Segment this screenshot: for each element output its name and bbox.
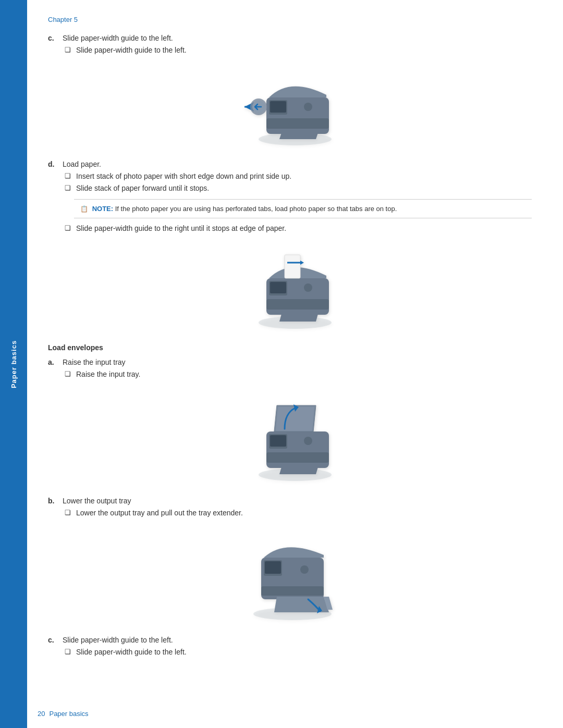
sub-item-c-1: ❏ Slide paper-width guide to the left. bbox=[65, 45, 532, 56]
note-text: If the photo paper you are using has per… bbox=[115, 205, 397, 213]
section-heading-envelopes: Load envelopes bbox=[48, 343, 532, 352]
printer-image-raise-tray bbox=[48, 390, 532, 486]
step-a-content: Raise the input tray ❏ Raise the input t… bbox=[63, 358, 532, 382]
step-c-content: Slide paper-width guide to the left. ❏ S… bbox=[63, 34, 532, 58]
sub-item-d-2: ❏ Slide stack of paper forward until it … bbox=[65, 183, 532, 194]
sub-item-a-1: ❏ Raise the input tray. bbox=[65, 369, 532, 380]
svg-point-29 bbox=[300, 565, 309, 574]
step-c-env-text: Slide paper-width guide to the left. bbox=[63, 636, 532, 644]
step-d-content: Load paper. ❏ Insert stack of photo pape… bbox=[63, 160, 532, 236]
svg-point-5 bbox=[304, 103, 312, 111]
step-d-load: d. Load paper. ❏ Insert stack of photo p… bbox=[48, 160, 532, 236]
step-b-content: Lower the output tray ❏ Lower the output… bbox=[63, 497, 532, 521]
main-content: Chapter 5 c. Slide paper-width guide to … bbox=[38, 0, 563, 682]
sub-text-c-env-1: Slide paper-width guide to the left. bbox=[76, 647, 187, 658]
svg-point-22 bbox=[304, 437, 312, 445]
sub-text-b-1: Lower the output tray and pull out the t… bbox=[76, 508, 243, 519]
step-b-lower: b. Lower the output tray ❏ Lower the out… bbox=[48, 497, 532, 521]
svg-rect-21 bbox=[270, 435, 286, 447]
checkbox-icon-d3: ❏ bbox=[65, 224, 76, 232]
sidebar-label: Paper basics bbox=[10, 340, 18, 388]
chapter-title: Chapter 5 bbox=[48, 16, 78, 23]
svg-rect-19 bbox=[266, 452, 329, 463]
step-c-env-letter: c. bbox=[48, 636, 63, 644]
sub-item-d-1: ❏ Insert stack of photo paper with short… bbox=[65, 171, 532, 182]
sub-text-d-3: Slide paper-width guide to the right unt… bbox=[76, 224, 286, 234]
step-a-raise: a. Raise the input tray ❏ Raise the inpu… bbox=[48, 358, 532, 382]
sub-text-c-1: Slide paper-width guide to the left. bbox=[76, 45, 187, 56]
sub-item-c-env-1: ❏ Slide paper-width guide to the left. bbox=[65, 647, 532, 658]
note-icon: 📋 bbox=[80, 204, 88, 214]
sub-text-d-1: Insert stack of photo paper with short e… bbox=[76, 171, 291, 182]
step-c-slide: c. Slide paper-width guide to the left. … bbox=[48, 34, 532, 58]
sub-text-d-2: Slide stack of paper forward until it st… bbox=[76, 183, 209, 194]
svg-rect-2 bbox=[266, 118, 329, 129]
step-a-text: Raise the input tray bbox=[63, 358, 532, 366]
svg-rect-25 bbox=[261, 586, 324, 596]
footer-page: 20 bbox=[38, 710, 45, 718]
step-c-letter: c. bbox=[48, 34, 63, 42]
checkbox-icon-c1: ❏ bbox=[65, 46, 76, 54]
footer-text: Paper basics bbox=[49, 710, 88, 718]
step-a-letter: a. bbox=[48, 358, 63, 366]
svg-rect-28 bbox=[265, 561, 281, 574]
step-b-letter: b. bbox=[48, 497, 63, 505]
step-d-letter: d. bbox=[48, 160, 63, 168]
printer-image-slide-right bbox=[48, 244, 532, 333]
step-c-text: Slide paper-width guide to the left. bbox=[63, 34, 532, 42]
step-c-env-content: Slide paper-width guide to the left. ❏ S… bbox=[63, 636, 532, 660]
svg-rect-10 bbox=[285, 255, 300, 278]
step-c-env-slide: c. Slide paper-width guide to the left. … bbox=[48, 636, 532, 660]
checkbox-icon-a1: ❏ bbox=[65, 370, 76, 378]
checkbox-icon-d1: ❏ bbox=[65, 172, 76, 180]
step-d-text: Load paper. bbox=[63, 160, 532, 168]
svg-marker-15 bbox=[300, 261, 304, 265]
checkbox-icon-c-env-1: ❏ bbox=[65, 648, 76, 656]
sub-text-a-1: Raise the input tray. bbox=[76, 369, 140, 380]
printer-image-slide-left bbox=[48, 66, 532, 150]
printer-image-lower-tray bbox=[48, 529, 532, 625]
checkbox-icon-d2: ❏ bbox=[65, 184, 76, 192]
sidebar: Paper basics bbox=[0, 0, 27, 728]
svg-rect-11 bbox=[266, 299, 329, 310]
step-b-text: Lower the output tray bbox=[63, 497, 532, 505]
sub-item-b-1: ❏ Lower the output tray and pull out the… bbox=[65, 508, 532, 519]
chapter-header: Chapter 5 bbox=[48, 16, 532, 23]
note-label: NOTE: bbox=[92, 205, 113, 213]
svg-point-14 bbox=[304, 283, 312, 292]
svg-rect-13 bbox=[270, 282, 286, 293]
svg-rect-4 bbox=[270, 101, 286, 113]
sub-item-d-3: ❏ Slide paper-width guide to the right u… bbox=[65, 224, 532, 234]
note-box: 📋 NOTE: If the photo paper you are using… bbox=[74, 199, 532, 219]
checkbox-icon-b1: ❏ bbox=[65, 509, 76, 516]
footer: 20 Paper basics bbox=[38, 710, 532, 718]
